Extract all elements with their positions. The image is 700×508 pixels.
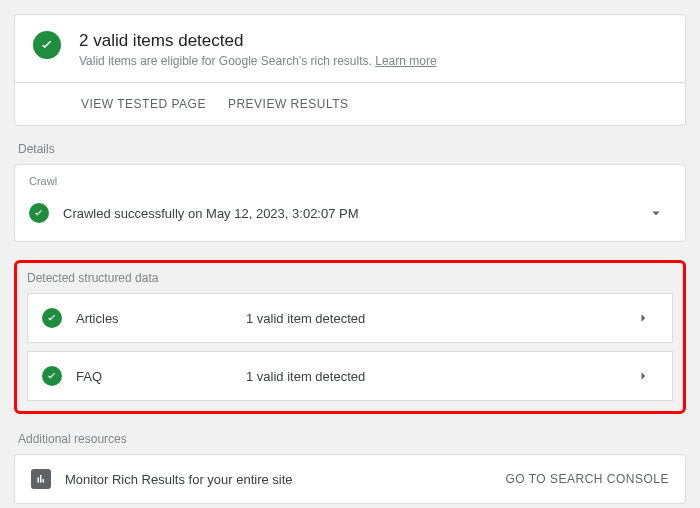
structured-item-status: 1 valid item detected bbox=[246, 369, 634, 384]
check-icon bbox=[29, 203, 49, 223]
crawl-row: Crawled successfully on May 12, 2023, 3:… bbox=[29, 195, 671, 231]
summary-subtitle-text: Valid items are eligible for Google Sear… bbox=[79, 54, 375, 68]
check-icon bbox=[42, 366, 62, 386]
summary-subtitle: Valid items are eligible for Google Sear… bbox=[79, 54, 437, 68]
resource-card: Monitor Rich Results for your entire sit… bbox=[14, 454, 686, 504]
chevron-right-icon bbox=[634, 309, 652, 327]
check-icon bbox=[33, 31, 61, 59]
details-label: Details bbox=[18, 142, 686, 156]
resources-label: Additional resources bbox=[18, 432, 686, 446]
summary-card: 2 valid items detected Valid items are e… bbox=[14, 14, 686, 126]
structured-item-type: FAQ bbox=[76, 369, 246, 384]
structured-item-faq[interactable]: FAQ 1 valid item detected bbox=[27, 351, 673, 401]
preview-results-button[interactable]: PREVIEW RESULTS bbox=[228, 97, 349, 111]
go-to-search-console-button[interactable]: GO TO SEARCH CONSOLE bbox=[505, 472, 669, 486]
view-tested-page-button[interactable]: VIEW TESTED PAGE bbox=[81, 97, 206, 111]
structured-item-articles[interactable]: Articles 1 valid item detected bbox=[27, 293, 673, 343]
summary-actions: VIEW TESTED PAGE PREVIEW RESULTS bbox=[15, 82, 685, 125]
structured-item-type: Articles bbox=[76, 311, 246, 326]
crawl-text: Crawled successfully on May 12, 2023, 3:… bbox=[63, 206, 647, 221]
chevron-down-icon bbox=[647, 204, 665, 222]
learn-more-link[interactable]: Learn more bbox=[375, 54, 436, 68]
check-icon bbox=[42, 308, 62, 328]
summary-title: 2 valid items detected bbox=[79, 31, 437, 51]
analytics-icon bbox=[31, 469, 51, 489]
structured-data-highlight: Detected structured data Articles 1 vali… bbox=[14, 260, 686, 414]
summary-header: 2 valid items detected Valid items are e… bbox=[15, 15, 685, 82]
chevron-right-icon bbox=[634, 367, 652, 385]
structured-item-status: 1 valid item detected bbox=[246, 311, 634, 326]
crawl-label: Crawl bbox=[29, 175, 671, 187]
structured-data-label: Detected structured data bbox=[27, 271, 673, 285]
crawl-card[interactable]: Crawl Crawled successfully on May 12, 20… bbox=[14, 164, 686, 242]
resource-text: Monitor Rich Results for your entire sit… bbox=[65, 472, 505, 487]
